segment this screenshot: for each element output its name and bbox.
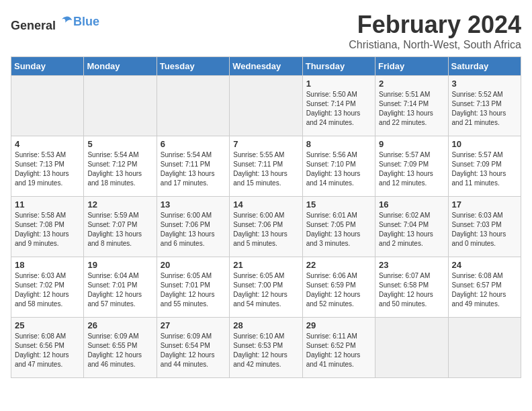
day-info: Sunrise: 6:05 AM Sunset: 7:01 PM Dayligh…	[161, 271, 226, 309]
day-number: 29	[306, 320, 371, 330]
calendar-cell: 25Sunrise: 6:08 AM Sunset: 6:56 PM Dayli…	[11, 318, 84, 378]
day-number: 28	[233, 320, 298, 330]
day-number: 23	[379, 260, 444, 270]
day-number: 2	[379, 79, 444, 89]
calendar-cell: 9Sunrise: 5:57 AM Sunset: 7:09 PM Daylig…	[375, 136, 448, 197]
day-number: 18	[15, 260, 80, 270]
day-number: 22	[306, 260, 371, 270]
calendar-cell: 23Sunrise: 6:07 AM Sunset: 6:58 PM Dayli…	[375, 257, 448, 318]
day-info: Sunrise: 6:03 AM Sunset: 7:03 PM Dayligh…	[452, 211, 517, 248]
calendar-cell	[448, 318, 521, 378]
location-title: Christiana, North-West, South Africa	[349, 39, 521, 51]
day-info: Sunrise: 6:06 AM Sunset: 6:59 PM Dayligh…	[306, 271, 371, 309]
calendar-cell	[157, 76, 229, 136]
day-number: 21	[233, 260, 298, 270]
day-info: Sunrise: 6:08 AM Sunset: 6:56 PM Dayligh…	[15, 332, 80, 369]
day-number: 20	[161, 260, 226, 270]
day-info: Sunrise: 6:05 AM Sunset: 7:00 PM Dayligh…	[233, 271, 298, 309]
calendar-cell: 12Sunrise: 5:59 AM Sunset: 7:07 PM Dayli…	[84, 197, 157, 257]
day-info: Sunrise: 6:07 AM Sunset: 6:58 PM Dayligh…	[379, 271, 444, 309]
day-info: Sunrise: 6:00 AM Sunset: 7:06 PM Dayligh…	[161, 211, 226, 248]
day-number: 25	[15, 320, 80, 330]
day-info: Sunrise: 5:51 AM Sunset: 7:14 PM Dayligh…	[379, 90, 444, 128]
calendar-cell: 11Sunrise: 5:58 AM Sunset: 7:08 PM Dayli…	[11, 197, 84, 257]
logo-text-general: General	[11, 19, 56, 32]
day-info: Sunrise: 6:02 AM Sunset: 7:04 PM Dayligh…	[379, 211, 444, 248]
calendar-cell: 16Sunrise: 6:02 AM Sunset: 7:04 PM Dayli…	[375, 197, 448, 257]
day-number: 17	[452, 199, 517, 210]
day-info: Sunrise: 5:58 AM Sunset: 7:08 PM Dayligh…	[15, 211, 80, 248]
day-info: Sunrise: 6:03 AM Sunset: 7:02 PM Dayligh…	[15, 271, 80, 309]
day-number: 3	[452, 79, 517, 89]
calendar-week-row: 4Sunrise: 5:53 AM Sunset: 7:13 PM Daylig…	[11, 136, 521, 197]
day-info: Sunrise: 5:57 AM Sunset: 7:09 PM Dayligh…	[379, 150, 444, 188]
calendar-cell: 13Sunrise: 6:00 AM Sunset: 7:06 PM Dayli…	[157, 197, 229, 257]
day-number: 5	[87, 139, 152, 149]
day-info: Sunrise: 5:57 AM Sunset: 7:09 PM Dayligh…	[452, 150, 517, 188]
day-info: Sunrise: 6:04 AM Sunset: 7:01 PM Dayligh…	[87, 271, 152, 309]
day-number: 8	[306, 139, 371, 149]
day-info: Sunrise: 5:52 AM Sunset: 7:13 PM Dayligh…	[452, 90, 517, 128]
calendar-header-wednesday: Wednesday	[230, 57, 302, 76]
day-number: 27	[161, 320, 226, 330]
calendar-week-row: 25Sunrise: 6:08 AM Sunset: 6:56 PM Dayli…	[11, 318, 521, 378]
calendar-cell: 29Sunrise: 6:11 AM Sunset: 6:52 PM Dayli…	[302, 318, 375, 378]
calendar-cell: 18Sunrise: 6:03 AM Sunset: 7:02 PM Dayli…	[11, 257, 84, 318]
calendar-cell: 20Sunrise: 6:05 AM Sunset: 7:01 PM Dayli…	[157, 257, 229, 318]
day-number: 12	[87, 199, 152, 210]
day-info: Sunrise: 6:09 AM Sunset: 6:55 PM Dayligh…	[87, 332, 152, 369]
title-area: February 2024 Christiana, North-West, So…	[349, 11, 521, 51]
day-number: 1	[306, 79, 371, 89]
calendar-cell: 21Sunrise: 6:05 AM Sunset: 7:00 PM Dayli…	[230, 257, 302, 318]
calendar-header-friday: Friday	[375, 57, 448, 76]
day-number: 24	[452, 260, 517, 270]
day-number: 11	[15, 199, 80, 210]
calendar-cell: 2Sunrise: 5:51 AM Sunset: 7:14 PM Daylig…	[375, 76, 448, 136]
calendar-cell: 8Sunrise: 5:56 AM Sunset: 7:10 PM Daylig…	[302, 136, 375, 197]
day-info: Sunrise: 6:09 AM Sunset: 6:54 PM Dayligh…	[161, 332, 226, 369]
day-number: 15	[306, 199, 371, 210]
calendar-cell: 19Sunrise: 6:04 AM Sunset: 7:01 PM Dayli…	[84, 257, 157, 318]
calendar-cell: 14Sunrise: 6:00 AM Sunset: 7:06 PM Dayli…	[230, 197, 302, 257]
day-info: Sunrise: 5:54 AM Sunset: 7:11 PM Dayligh…	[161, 150, 226, 188]
calendar-cell	[230, 76, 302, 136]
calendar-cell: 3Sunrise: 5:52 AM Sunset: 7:13 PM Daylig…	[448, 76, 521, 136]
day-info: Sunrise: 5:50 AM Sunset: 7:14 PM Dayligh…	[306, 90, 371, 128]
logo: General Blue	[11, 13, 99, 33]
day-info: Sunrise: 5:59 AM Sunset: 7:07 PM Dayligh…	[87, 211, 152, 248]
calendar-week-row: 11Sunrise: 5:58 AM Sunset: 7:08 PM Dayli…	[11, 197, 521, 257]
day-info: Sunrise: 5:55 AM Sunset: 7:11 PM Dayligh…	[233, 150, 298, 188]
day-info: Sunrise: 5:53 AM Sunset: 7:13 PM Dayligh…	[15, 150, 80, 188]
calendar-cell: 27Sunrise: 6:09 AM Sunset: 6:54 PM Dayli…	[157, 318, 229, 378]
logo-general-text: General	[11, 13, 73, 33]
calendar-cell: 17Sunrise: 6:03 AM Sunset: 7:03 PM Dayli…	[448, 197, 521, 257]
day-number: 6	[161, 139, 226, 149]
day-info: Sunrise: 6:01 AM Sunset: 7:05 PM Dayligh…	[306, 211, 371, 248]
day-number: 4	[15, 139, 80, 149]
calendar-header-monday: Monday	[84, 57, 157, 76]
calendar-header-sunday: Sunday	[11, 57, 84, 76]
calendar-header-saturday: Saturday	[448, 57, 521, 76]
calendar-cell: 28Sunrise: 6:10 AM Sunset: 6:53 PM Dayli…	[230, 318, 302, 378]
calendar-cell: 10Sunrise: 5:57 AM Sunset: 7:09 PM Dayli…	[448, 136, 521, 197]
day-number: 10	[452, 139, 517, 149]
calendar-table: SundayMondayTuesdayWednesdayThursdayFrid…	[11, 56, 521, 378]
day-info: Sunrise: 6:10 AM Sunset: 6:53 PM Dayligh…	[233, 332, 298, 369]
calendar-cell: 5Sunrise: 5:54 AM Sunset: 7:12 PM Daylig…	[84, 136, 157, 197]
day-info: Sunrise: 6:11 AM Sunset: 6:52 PM Dayligh…	[306, 332, 371, 369]
calendar-header-row: SundayMondayTuesdayWednesdayThursdayFrid…	[11, 57, 521, 76]
calendar-cell: 7Sunrise: 5:55 AM Sunset: 7:11 PM Daylig…	[230, 136, 302, 197]
day-number: 26	[87, 320, 152, 330]
day-number: 7	[233, 139, 298, 149]
calendar-cell	[375, 318, 448, 378]
calendar-cell: 26Sunrise: 6:09 AM Sunset: 6:55 PM Dayli…	[84, 318, 157, 378]
calendar-cell: 22Sunrise: 6:06 AM Sunset: 6:59 PM Dayli…	[302, 257, 375, 318]
calendar-header-tuesday: Tuesday	[157, 57, 229, 76]
calendar-cell: 24Sunrise: 6:08 AM Sunset: 6:57 PM Dayli…	[448, 257, 521, 318]
day-number: 9	[379, 139, 444, 149]
calendar-cell: 1Sunrise: 5:50 AM Sunset: 7:14 PM Daylig…	[302, 76, 375, 136]
calendar-week-row: 18Sunrise: 6:03 AM Sunset: 7:02 PM Dayli…	[11, 257, 521, 318]
day-info: Sunrise: 5:56 AM Sunset: 7:10 PM Dayligh…	[306, 150, 371, 188]
day-number: 16	[379, 199, 444, 210]
day-number: 14	[233, 199, 298, 210]
